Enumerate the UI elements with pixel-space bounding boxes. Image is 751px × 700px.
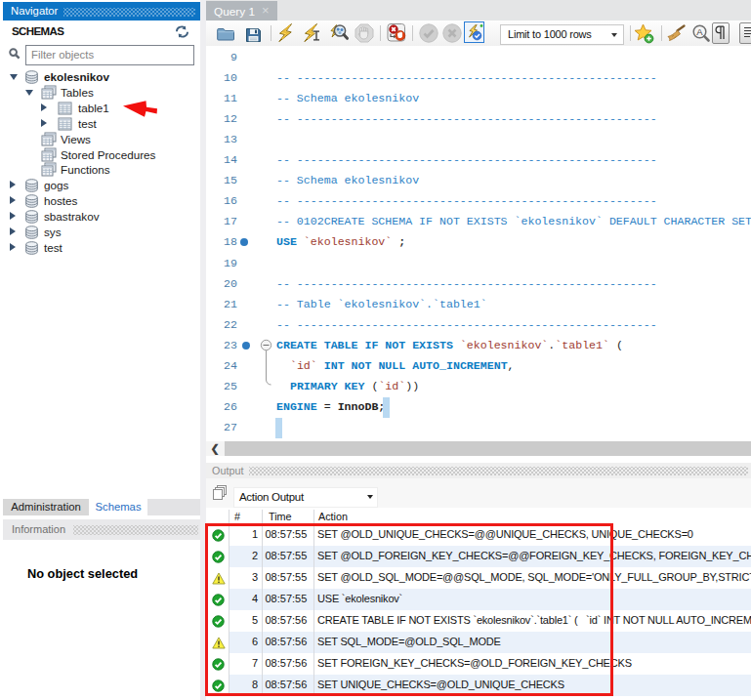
svg-text:A: A [696, 26, 703, 37]
